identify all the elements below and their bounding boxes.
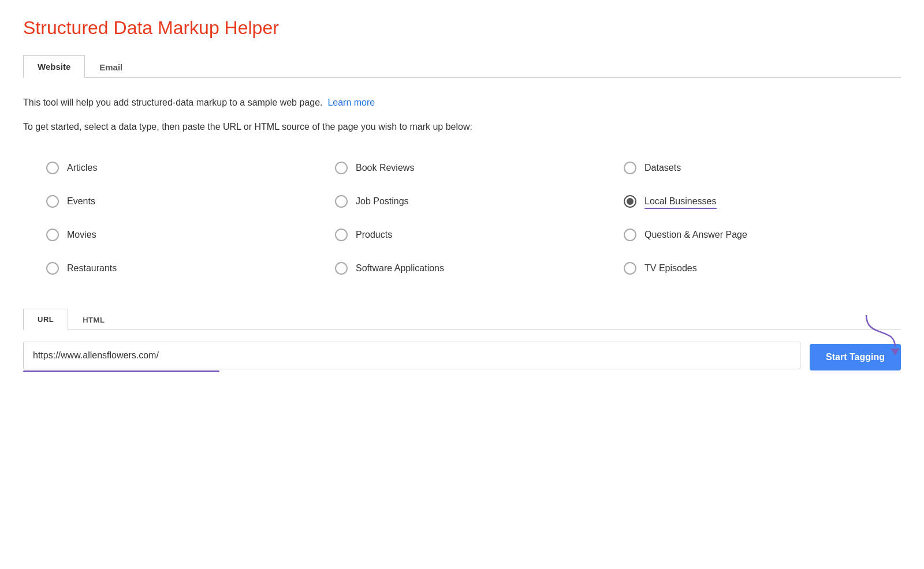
option-restaurants[interactable]: Restaurants [35,252,323,285]
option-products[interactable]: Products [323,218,612,252]
label-datasets: Datasets [644,163,681,173]
radio-book-reviews [335,162,348,174]
radio-movies [46,229,59,241]
url-tabs: URL HTML [23,308,901,330]
url-input-wrapper [23,342,800,372]
label-local-businesses: Local Businesses [644,196,717,207]
tab-html[interactable]: HTML [68,309,119,330]
radio-software-applications [335,262,348,275]
option-movies[interactable]: Movies [35,218,323,252]
radio-question-answer [624,229,636,241]
label-articles: Articles [67,163,97,173]
data-types-grid: Articles Book Reviews Datasets Events Jo… [35,151,901,285]
label-job-postings: Job Postings [356,196,409,207]
label-tv-episodes: TV Episodes [644,263,697,274]
label-restaurants: Restaurants [67,263,117,274]
tab-url[interactable]: URL [23,309,68,330]
label-book-reviews: Book Reviews [356,163,414,173]
page-title: Structured Data Markup Helper [23,17,901,39]
radio-articles [46,162,59,174]
option-question-answer[interactable]: Question & Answer Page [612,218,901,252]
url-underline [23,370,219,372]
description-static-text: This tool will help you add structured-d… [23,98,323,107]
option-software-applications[interactable]: Software Applications [323,252,612,285]
radio-job-postings [335,195,348,208]
label-movies: Movies [67,230,96,240]
radio-datasets [624,162,636,174]
option-local-businesses[interactable]: Local Businesses [612,185,901,218]
option-job-postings[interactable]: Job Postings [323,185,612,218]
label-question-answer: Question & Answer Page [644,230,747,240]
url-input-row: Start Tagging [23,342,901,372]
option-tv-episodes[interactable]: TV Episodes [612,252,901,285]
tab-email[interactable]: Email [85,55,137,78]
label-events: Events [67,196,95,207]
option-datasets[interactable]: Datasets [612,151,901,185]
curved-arrow-icon [860,309,907,355]
top-tabs: Website Email [23,55,901,78]
label-software-applications: Software Applications [356,263,444,274]
radio-tv-episodes [624,262,636,275]
option-articles[interactable]: Articles [35,151,323,185]
arrow-container: Start Tagging [810,344,901,370]
description-text: This tool will help you add structured-d… [23,95,901,110]
option-book-reviews[interactable]: Book Reviews [323,151,612,185]
radio-events [46,195,59,208]
url-input[interactable] [23,342,800,369]
radio-local-businesses [624,195,636,208]
learn-more-link[interactable]: Learn more [327,98,375,107]
tab-website[interactable]: Website [23,55,85,78]
option-events[interactable]: Events [35,185,323,218]
svg-marker-0 [891,349,900,355]
instruction-text: To get started, select a data type, then… [23,119,901,134]
label-products: Products [356,230,392,240]
radio-products [335,229,348,241]
radio-restaurants [46,262,59,275]
url-section: URL HTML Start Tagging [23,308,901,372]
